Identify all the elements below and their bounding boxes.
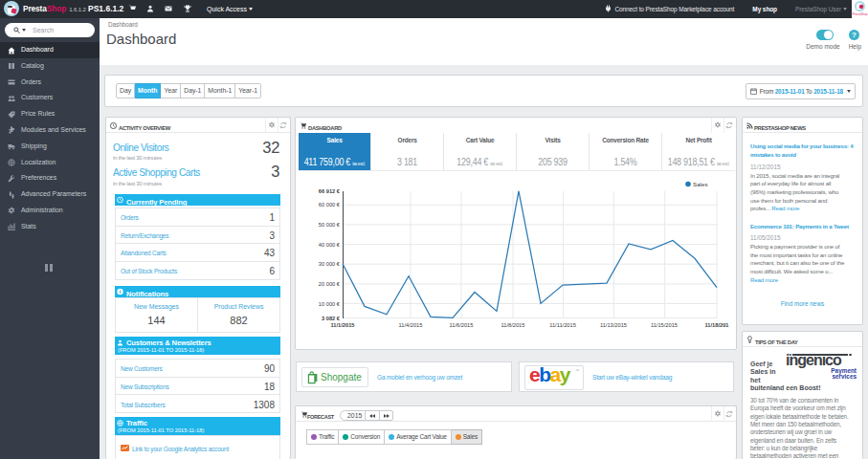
- svg-text:20 000 €: 20 000 €: [319, 281, 341, 287]
- svg-text:10 000 €: 10 000 €: [319, 301, 341, 307]
- svg-text:11/11/2015: 11/11/2015: [549, 322, 576, 328]
- svg-text:11/18/201: 11/18/201: [705, 322, 729, 328]
- svg-text:66 912 €: 66 912 €: [319, 188, 341, 194]
- svg-text:11/13/2015: 11/13/2015: [600, 322, 627, 328]
- svg-text:60 000 €: 60 000 €: [319, 202, 341, 208]
- svg-text:Sales: Sales: [693, 181, 707, 187]
- svg-text:40 000 €: 40 000 €: [319, 242, 341, 248]
- svg-text:11/4/2015: 11/4/2015: [399, 322, 423, 328]
- svg-text:50 000 €: 50 000 €: [319, 222, 341, 228]
- svg-text:11/6/2015: 11/6/2015: [450, 322, 474, 328]
- svg-text:11/1/2015: 11/1/2015: [331, 322, 355, 328]
- svg-text:11/15/2015: 11/15/2015: [651, 322, 678, 328]
- svg-text:30 000 €: 30 000 €: [319, 261, 341, 267]
- svg-text:3 082 €: 3 082 €: [322, 316, 341, 321]
- svg-text:11/8/2015: 11/8/2015: [501, 322, 525, 328]
